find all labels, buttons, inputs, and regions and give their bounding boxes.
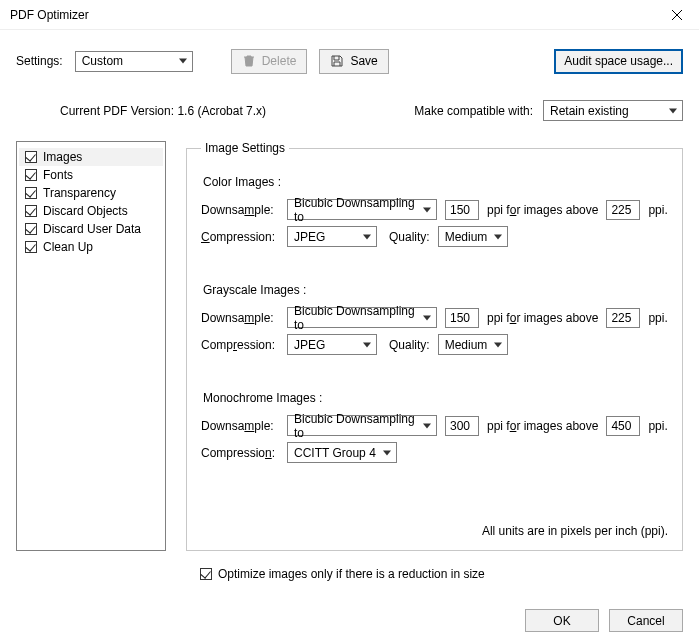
sidebar-item-label: Images [43,150,82,164]
gray-quality-select[interactable]: Medium [438,334,508,355]
sidebar-item-label: Transparency [43,186,116,200]
dialog-buttons: OK Cancel [525,609,683,632]
title-bar: PDF Optimizer [0,0,699,30]
mono-above-ppi-input[interactable] [606,416,640,436]
sidebar-item-images[interactable]: Images [19,148,163,166]
mono-compression-select[interactable]: CCITT Group 4 [287,442,397,463]
color-quality-select[interactable]: Medium [438,226,508,247]
window-title: PDF Optimizer [10,8,655,22]
image-settings-group: Image Settings Color Images : Downsample… [186,141,683,551]
ppi-suffix: ppi. [648,203,667,217]
ppi-for-images-above-label: ppi for images above [487,203,598,217]
color-images-title: Color Images : [203,175,668,189]
quality-label: Quality: [389,338,430,352]
settings-select[interactable]: Custom [75,51,193,72]
color-compression-row: Compression: JPEG Quality: Medium [201,226,668,247]
category-list: Images Fonts Transparency Discard Object… [16,141,166,551]
color-downsample-row: Downsample: Bicubic Downsampling to ppi … [201,199,668,220]
checkbox-icon[interactable] [25,223,37,235]
checkbox-icon[interactable] [25,187,37,199]
sidebar-item-label: Fonts [43,168,73,182]
sidebar-item-label: Clean Up [43,240,93,254]
grayscale-images-title: Grayscale Images : [203,283,668,297]
current-pdf-version: Current PDF Version: 1.6 (Acrobat 7.x) [60,104,266,118]
gray-downsample-ppi-input[interactable] [445,308,479,328]
toolbar: Settings: Custom Delete Save Audit space… [16,40,683,82]
image-settings-legend: Image Settings [201,141,289,155]
sidebar-item-transparency[interactable]: Transparency [19,184,163,202]
make-compatible-value: Retain existing [550,104,629,118]
checkbox-icon[interactable] [25,151,37,163]
mono-downsample-row: Downsample: Bicubic Downsampling to ppi … [201,415,668,436]
color-compression-select[interactable]: JPEG [287,226,377,247]
optimize-only-checkbox[interactable] [200,568,212,580]
color-above-ppi-input[interactable] [606,200,640,220]
checkbox-icon[interactable] [25,241,37,253]
quality-label: Quality: [389,230,430,244]
units-note: All units are in pixels per inch (ppi). [482,524,668,538]
mono-downsample-ppi-input[interactable] [445,416,479,436]
audit-space-usage-button[interactable]: Audit space usage... [554,49,683,74]
checkbox-icon[interactable] [25,169,37,181]
save-button[interactable]: Save [319,49,388,74]
settings-label: Settings: [16,54,63,68]
color-downsample-ppi-input[interactable] [445,200,479,220]
sidebar-item-discard-objects[interactable]: Discard Objects [19,202,163,220]
sidebar-item-fonts[interactable]: Fonts [19,166,163,184]
settings-value: Custom [82,54,123,68]
gray-downsample-select[interactable]: Bicubic Downsampling to [287,307,437,328]
ppi-for-images-above-label: ppi for images above [487,311,598,325]
compression-label: Compression: [201,338,279,352]
make-compatible-select[interactable]: Retain existing [543,100,683,121]
sidebar-item-label: Discard User Data [43,222,141,236]
ppi-suffix: ppi. [648,419,667,433]
gray-downsample-row: Downsample: Bicubic Downsampling to ppi … [201,307,668,328]
downsample-label: Downsample: [201,203,279,217]
version-row: Current PDF Version: 1.6 (Acrobat 7.x) M… [16,100,683,121]
sidebar-item-discard-user-data[interactable]: Discard User Data [19,220,163,238]
downsample-label: Downsample: [201,419,279,433]
ppi-suffix: ppi. [648,311,667,325]
cancel-button[interactable]: Cancel [609,609,683,632]
gray-compression-row: Compression: JPEG Quality: Medium [201,334,668,355]
mono-compression-row: Compression: CCITT Group 4 [201,442,668,463]
gray-above-ppi-input[interactable] [606,308,640,328]
sidebar-item-clean-up[interactable]: Clean Up [19,238,163,256]
make-compatible-label: Make compatible with: [414,104,533,118]
trash-icon [242,54,256,68]
compression-label: Compression: [201,446,279,460]
optimize-only-label: Optimize images only if there is a reduc… [218,567,485,581]
save-icon [330,54,344,68]
color-downsample-select[interactable]: Bicubic Downsampling to [287,199,437,220]
sidebar-item-label: Discard Objects [43,204,128,218]
gray-compression-select[interactable]: JPEG [287,334,377,355]
optimize-only-row: Optimize images only if there is a reduc… [200,567,683,581]
downsample-label: Downsample: [201,311,279,325]
ppi-for-images-above-label: ppi for images above [487,419,598,433]
close-icon [671,9,683,21]
delete-button: Delete [231,49,308,74]
mono-downsample-select[interactable]: Bicubic Downsampling to [287,415,437,436]
compression-label: Compression: [201,230,279,244]
checkbox-icon[interactable] [25,205,37,217]
close-button[interactable] [655,0,699,30]
monochrome-images-title: Monochrome Images : [203,391,668,405]
ok-button[interactable]: OK [525,609,599,632]
